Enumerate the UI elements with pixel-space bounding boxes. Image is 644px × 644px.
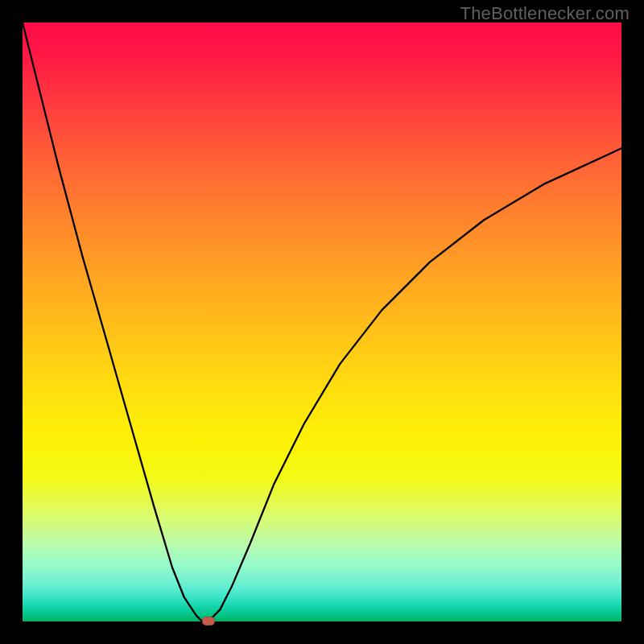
chart-curve-svg bbox=[23, 23, 621, 621]
watermark-text: TheBottlenecker.com bbox=[460, 3, 630, 24]
chart-frame bbox=[23, 23, 621, 621]
chart-marker-dot bbox=[202, 617, 215, 625]
chart-curve-path bbox=[23, 23, 621, 621]
